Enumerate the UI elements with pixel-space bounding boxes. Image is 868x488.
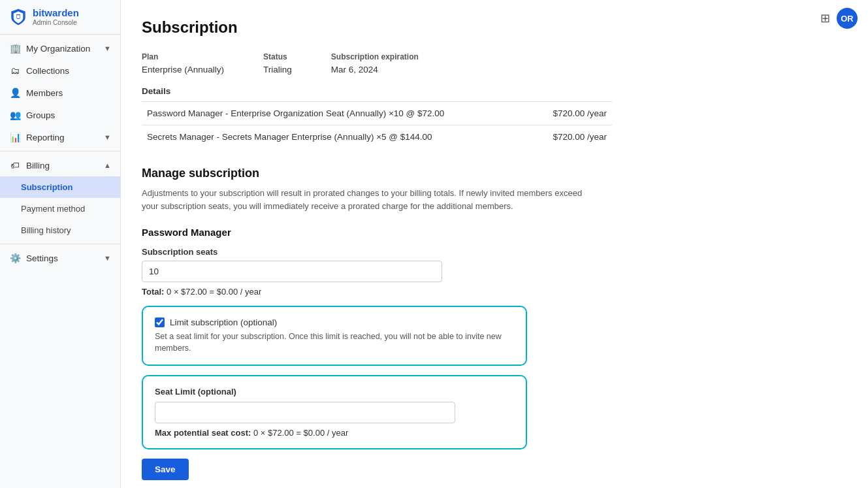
sidebar-item-billing-history-label: Billing history (21, 225, 71, 235)
save-button[interactable]: Save (142, 459, 189, 480)
logo-subtitle: Admin Console (33, 19, 79, 26)
reporting-icon: 📊 (9, 132, 21, 142)
sidebar-item-reporting-label: Reporting (26, 133, 65, 142)
nav-divider (0, 151, 120, 152)
table-row: Password Manager - Enterprise Organizati… (142, 102, 612, 125)
bitwarden-logo-icon (9, 8, 27, 26)
seats-label: Subscription seats (142, 247, 847, 257)
table-row: Secrets Manager - Secrets Manager Enterp… (142, 125, 612, 149)
limit-subscription-checkbox[interactable] (155, 317, 165, 327)
details-table: Password Manager - Enterprise Organizati… (142, 101, 612, 148)
nav-section-main: 🏢 My Organization ▼ 🗂 Collections 👤 Memb… (0, 35, 120, 272)
nav-divider-2 (0, 244, 120, 244)
org-icon: 🏢 (9, 43, 21, 54)
limit-subscription-label[interactable]: Limit subscription (optional) (170, 317, 277, 327)
sidebar-item-subscription[interactable]: Subscription (0, 176, 120, 198)
sidebar-item-settings-label: Settings (26, 253, 58, 263)
billing-icon: 🏷 (9, 160, 21, 171)
groups-icon: 👥 (9, 110, 21, 120)
detail-description: Secrets Manager - Secrets Manager Enterp… (142, 125, 530, 149)
status-col-label: Status (263, 52, 292, 61)
header-area: ⊞ OR (820, 8, 858, 29)
seat-limit-input[interactable] (155, 402, 455, 423)
limit-subscription-description: Set a seat limit for your subscription. … (155, 331, 514, 354)
limit-checkbox-row: Limit subscription (optional) (155, 317, 514, 327)
sidebar-item-payment-method[interactable]: Payment method (0, 198, 120, 220)
plan-col-label: Plan (142, 52, 224, 61)
total-label: Total: (142, 287, 164, 297)
sidebar-item-billing[interactable]: 🏷 Billing ▲ (0, 154, 120, 176)
sidebar-item-groups-label: Groups (26, 110, 55, 120)
plan-column: Plan Enterprise (Annually) (142, 52, 224, 74)
avatar[interactable]: OR (837, 8, 858, 29)
max-cost-label: Max potential seat cost: (155, 428, 251, 438)
status-column: Status Trialing (263, 52, 292, 74)
detail-description: Password Manager - Enterprise Organizati… (142, 102, 530, 125)
main-content: ⊞ OR Subscription Plan Enterprise (Annua… (121, 0, 868, 488)
total-line: Total: 0 × $72.00 = $0.00 / year (142, 287, 847, 297)
logo-area: bitwarden Admin Console (0, 0, 120, 35)
detail-price: $720.00 /year (530, 102, 612, 125)
sidebar-item-billing-history[interactable]: Billing history (0, 220, 120, 241)
chevron-up-icon-billing: ▲ (104, 161, 111, 169)
status-col-value: Trialing (263, 65, 292, 74)
chevron-down-icon-settings: ▼ (104, 254, 111, 262)
collections-icon: 🗂 (9, 65, 21, 76)
manage-description: Adjustments to your subscription will re… (142, 187, 599, 212)
seat-limit-box: Seat Limit (optional) Max potential seat… (142, 375, 527, 449)
sidebar-item-my-organization-label: My Organization (26, 44, 90, 54)
members-icon: 👤 (9, 88, 21, 98)
plan-info: Plan Enterprise (Annually) Status Triali… (142, 52, 847, 74)
detail-price: $720.00 /year (530, 125, 612, 149)
password-manager-title: Password Manager (142, 227, 847, 238)
sidebar: bitwarden Admin Console 🏢 My Organizatio… (0, 0, 121, 488)
details-label: Details (142, 86, 847, 96)
sidebar-item-members[interactable]: 👤 Members (0, 82, 120, 104)
logo-name: bitwarden (33, 8, 79, 19)
limit-subscription-box: Limit subscription (optional) Set a seat… (142, 306, 527, 366)
sidebar-item-groups[interactable]: 👥 Groups (0, 104, 120, 126)
sidebar-item-reporting[interactable]: 📊 Reporting ▼ (0, 126, 120, 148)
chevron-down-icon: ▼ (104, 44, 111, 52)
sidebar-item-payment-method-label: Payment method (21, 204, 85, 214)
page-title: Subscription (142, 18, 847, 37)
manage-title: Manage subscription (142, 167, 847, 180)
seat-limit-label: Seat Limit (optional) (155, 387, 514, 397)
sidebar-item-members-label: Members (26, 88, 63, 98)
expiry-column: Subscription expiration Mar 6, 2024 (331, 52, 419, 74)
grid-icon[interactable]: ⊞ (820, 11, 830, 25)
expiry-col-label: Subscription expiration (331, 52, 419, 61)
plan-col-value: Enterprise (Annually) (142, 65, 224, 74)
settings-icon: ⚙️ (9, 253, 21, 263)
max-cost-line: Max potential seat cost: 0 × $72.00 = $0… (155, 428, 514, 438)
sidebar-item-collections[interactable]: 🗂 Collections (0, 59, 120, 82)
expiry-col-value: Mar 6, 2024 (331, 65, 378, 74)
max-cost-value: 0 × $72.00 = $0.00 / year (253, 428, 348, 438)
sidebar-item-settings[interactable]: ⚙️ Settings ▼ (0, 247, 120, 269)
sidebar-item-subscription-label: Subscription (21, 182, 72, 192)
total-value: 0 × $72.00 = $0.00 / year (167, 287, 261, 297)
sidebar-item-my-organization[interactable]: 🏢 My Organization ▼ (0, 37, 120, 59)
chevron-down-icon-reporting: ▼ (104, 133, 111, 141)
logo-text: bitwarden Admin Console (33, 8, 79, 26)
sidebar-item-billing-label: Billing (26, 161, 50, 171)
sidebar-item-collections-label: Collections (26, 66, 69, 76)
subscription-seats-input[interactable] (142, 261, 442, 282)
